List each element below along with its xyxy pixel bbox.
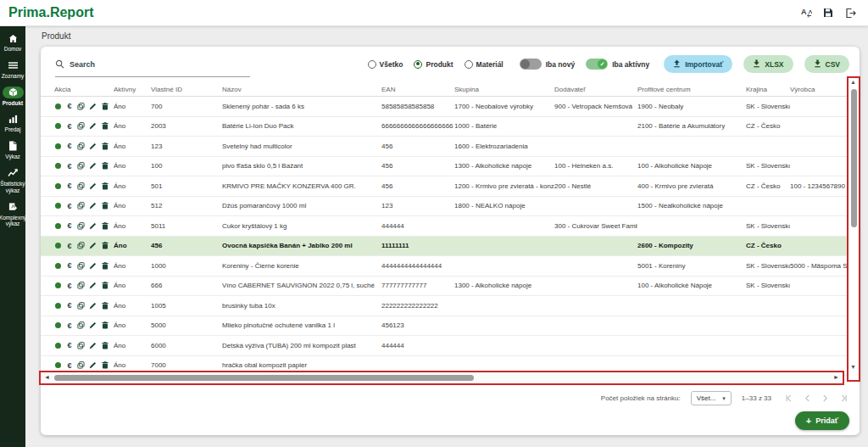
table-row[interactable]: € Áno666Víno CABERNET SAUVIGNON 2022 0,7…: [41, 277, 848, 297]
copy-icon[interactable]: [77, 162, 85, 170]
euro-icon[interactable]: €: [66, 301, 74, 310]
delete-icon[interactable]: [101, 162, 108, 170]
toggle-iba-aktivny[interactable]: Iba aktívny: [586, 59, 649, 70]
delete-icon[interactable]: [101, 301, 108, 310]
delete-icon[interactable]: [101, 142, 108, 150]
status-dot-icon[interactable]: [54, 301, 62, 310]
edit-icon[interactable]: [89, 162, 97, 170]
edit-icon[interactable]: [89, 321, 97, 330]
delete-icon[interactable]: [101, 361, 108, 370]
euro-icon[interactable]: €: [66, 102, 74, 110]
table-row[interactable]: € Áno5011Cukor kryštálový 1 kg444444300 …: [41, 216, 848, 237]
euro-icon[interactable]: €: [66, 142, 74, 150]
table-row[interactable]: € Áno2003Batérie Li-Ion Duo Pack66666666…: [41, 117, 848, 137]
xlsx-export-button[interactable]: XLSX: [743, 55, 793, 73]
copy-icon[interactable]: [77, 202, 85, 210]
scroll-left-icon[interactable]: ◄: [44, 374, 50, 380]
delete-icon[interactable]: [101, 282, 108, 290]
radio-produkt[interactable]: Produkt: [414, 60, 453, 69]
edit-icon[interactable]: [89, 261, 97, 270]
table-row[interactable]: € Áno456Ovocná kapsička Banán + Jablko 2…: [41, 237, 848, 257]
logout-icon[interactable]: [844, 7, 856, 19]
vertical-scrollbar-thumb[interactable]: [851, 89, 857, 227]
copy-icon[interactable]: [77, 301, 85, 310]
page-size-select[interactable]: Všet... ▾: [691, 391, 732, 405]
status-dot-icon[interactable]: [54, 162, 62, 170]
euro-icon[interactable]: €: [66, 182, 74, 190]
first-page-button[interactable]: [785, 394, 793, 402]
sidebar-item-zoznamy[interactable]: Zoznamy: [0, 59, 25, 80]
status-dot-icon[interactable]: [54, 122, 62, 131]
edit-icon[interactable]: [89, 242, 97, 250]
scroll-up-icon[interactable]: ▲: [849, 79, 858, 85]
toggle-iba-novy[interactable]: Iba nový: [520, 59, 575, 70]
delete-icon[interactable]: [101, 122, 108, 131]
status-dot-icon[interactable]: [54, 142, 62, 150]
copy-icon[interactable]: [77, 122, 85, 131]
status-dot-icon[interactable]: [54, 242, 62, 250]
table-row[interactable]: € Áno501KRMIVO PRE MAČKY KONZERVA 400 GR…: [41, 176, 848, 197]
delete-icon[interactable]: [101, 202, 108, 210]
add-button[interactable]: + Pridať: [795, 411, 849, 430]
euro-icon[interactable]: €: [66, 261, 74, 270]
import-button[interactable]: Importovať: [664, 55, 732, 73]
edit-icon[interactable]: [89, 142, 97, 150]
copy-icon[interactable]: [77, 321, 85, 330]
column-header[interactable]: Akcia: [54, 86, 114, 93]
table-row[interactable]: € Áno700Sklenený pohár - sada 6 ks585858…: [41, 97, 848, 117]
column-header[interactable]: Výrobca: [790, 86, 848, 93]
table-row[interactable]: € Áno1005brusinky tuba 10x22222222222222…: [41, 296, 848, 316]
copy-icon[interactable]: [77, 102, 85, 110]
delete-icon[interactable]: [101, 321, 108, 330]
search-input[interactable]: [70, 60, 231, 69]
radio-vsetko[interactable]: Všetko: [368, 60, 403, 69]
status-dot-icon[interactable]: [54, 221, 62, 230]
euro-icon[interactable]: €: [66, 162, 74, 170]
next-page-button[interactable]: [822, 394, 828, 402]
status-dot-icon[interactable]: [54, 321, 62, 330]
edit-icon[interactable]: [89, 361, 97, 370]
column-header[interactable]: Profitové centrum: [637, 86, 746, 93]
table-row[interactable]: € Áno100pivo fľaša sklo 0,5 l Bažant4561…: [41, 157, 848, 177]
copy-icon[interactable]: [77, 242, 85, 250]
euro-icon[interactable]: €: [66, 361, 74, 370]
edit-icon[interactable]: [89, 122, 97, 131]
sidebar-item-vykaz[interactable]: Výkaz: [0, 140, 25, 160]
column-header[interactable]: EAN: [381, 86, 454, 93]
edit-icon[interactable]: [89, 102, 97, 110]
delete-icon[interactable]: [101, 102, 108, 110]
scroll-down-icon[interactable]: ▼: [849, 364, 858, 370]
euro-icon[interactable]: €: [66, 341, 74, 349]
copy-icon[interactable]: [77, 361, 85, 370]
euro-icon[interactable]: €: [66, 282, 74, 290]
status-dot-icon[interactable]: [54, 202, 62, 210]
edit-icon[interactable]: [89, 341, 97, 349]
edit-icon[interactable]: [89, 202, 97, 210]
table-row[interactable]: € Áno5000Mlieko plnotučné ochutené vanil…: [41, 316, 848, 337]
status-dot-icon[interactable]: [54, 102, 62, 110]
edit-icon[interactable]: [89, 182, 97, 190]
edit-icon[interactable]: [89, 221, 97, 230]
euro-icon[interactable]: €: [66, 122, 74, 131]
scroll-right-icon[interactable]: ►: [833, 374, 839, 380]
status-dot-icon[interactable]: [54, 341, 62, 349]
copy-icon[interactable]: [77, 261, 85, 270]
table-row[interactable]: € Áno512Džús pomarančový 1000 ml1231800 …: [41, 197, 848, 217]
delete-icon[interactable]: [101, 182, 108, 190]
column-header[interactable]: Aktívny: [114, 86, 151, 93]
delete-icon[interactable]: [101, 341, 108, 349]
copy-icon[interactable]: [77, 142, 85, 150]
sidebar-item-domov[interactable]: Domov: [0, 32, 25, 53]
column-header[interactable]: Krajina: [746, 86, 790, 93]
edit-icon[interactable]: [89, 301, 97, 310]
euro-icon[interactable]: €: [66, 242, 74, 250]
translate-icon[interactable]: A: [800, 7, 812, 19]
copy-icon[interactable]: [77, 182, 85, 190]
sidebar-item-predaj[interactable]: Predaj: [0, 113, 25, 133]
status-dot-icon[interactable]: [54, 182, 62, 190]
status-dot-icon[interactable]: [54, 261, 62, 270]
euro-icon[interactable]: €: [66, 202, 74, 210]
column-header[interactable]: Skupina: [454, 86, 554, 93]
sidebar-item-komplexny-vykaz[interactable]: Komplexný výkaz: [0, 201, 25, 228]
status-dot-icon[interactable]: [54, 282, 62, 290]
